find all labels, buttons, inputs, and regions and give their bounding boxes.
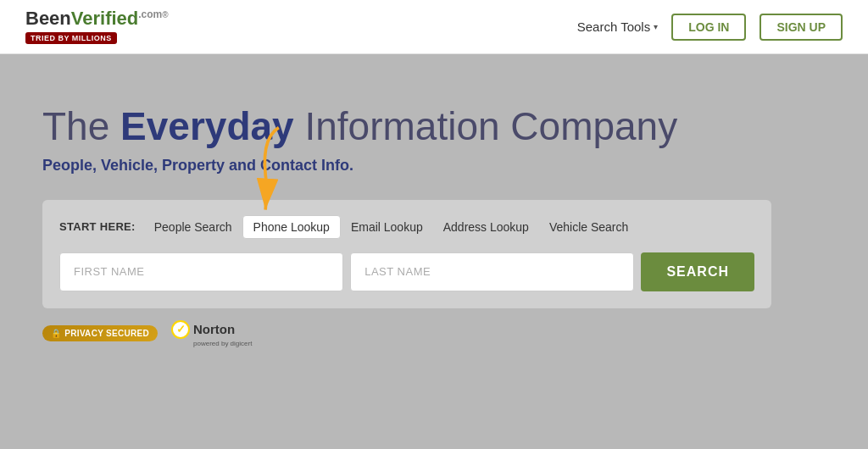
chevron-down-icon: ▾ — [654, 22, 658, 31]
privacy-badge: 🔒 PRIVACY SECURED — [42, 325, 158, 341]
checkmark-icon: ✓ — [176, 323, 186, 335]
norton-badge: ✓ Norton powered by digicert — [171, 320, 252, 347]
norton-inner: ✓ Norton — [171, 320, 235, 339]
header-right: Search Tools ▾ LOG IN SIGN UP — [577, 14, 843, 41]
logo-com: .com — [138, 8, 162, 20]
search-tools-label: Search Tools — [577, 19, 650, 34]
tab-address-lookup[interactable]: Address Lookup — [433, 216, 539, 238]
privacy-badge-label: PRIVACY SECURED — [64, 329, 149, 338]
norton-label: Norton — [193, 322, 235, 336]
main-content: The Everyday Information Company People,… — [0, 54, 868, 381]
headline-bold: Everyday — [120, 104, 294, 148]
logo-badge: TRIED BY MILLIONS — [25, 32, 117, 44]
badges-row: 🔒 PRIVACY SECURED ✓ Norton powered by di… — [42, 320, 826, 347]
logo-area: BeenVerified.com® TRIED BY MILLIONS — [25, 9, 169, 43]
search-button[interactable]: SEARCH — [641, 252, 754, 291]
tab-email-lookup[interactable]: Email Lookup — [341, 216, 433, 238]
start-here-label: START HERE: — [59, 220, 136, 233]
logo-verified: Verified — [71, 8, 138, 30]
tab-vehicle-search[interactable]: Vehicle Search — [539, 216, 638, 238]
search-tools-button[interactable]: Search Tools ▾ — [577, 19, 658, 34]
headline: The Everyday Information Company — [42, 105, 826, 148]
tabs-row: START HERE: People Search Phone Lookup E… — [59, 215, 754, 239]
search-panel: START HERE: People Search Phone Lookup E… — [42, 200, 771, 308]
tab-phone-lookup[interactable]: Phone Lookup — [242, 215, 341, 239]
headline-part2: Information Company — [294, 104, 678, 148]
norton-powered-label: powered by digicert — [193, 340, 252, 347]
norton-check-icon: ✓ — [171, 320, 190, 339]
first-name-input[interactable] — [59, 252, 343, 291]
logo-reg: ® — [162, 10, 168, 19]
lock-icon: 🔒 — [51, 329, 61, 338]
logo: BeenVerified.com® — [25, 9, 169, 28]
last-name-input[interactable] — [350, 252, 634, 291]
tab-people-search[interactable]: People Search — [144, 216, 242, 238]
header: BeenVerified.com® TRIED BY MILLIONS Sear… — [0, 0, 868, 54]
input-row: SEARCH — [59, 252, 754, 291]
headline-part1: The — [42, 104, 120, 148]
signup-button[interactable]: SIGN UP — [760, 14, 843, 41]
login-button[interactable]: LOG IN — [671, 14, 746, 41]
subheadline: People, Vehicle, Property and Contact In… — [42, 157, 826, 175]
logo-been: Been — [25, 8, 71, 30]
